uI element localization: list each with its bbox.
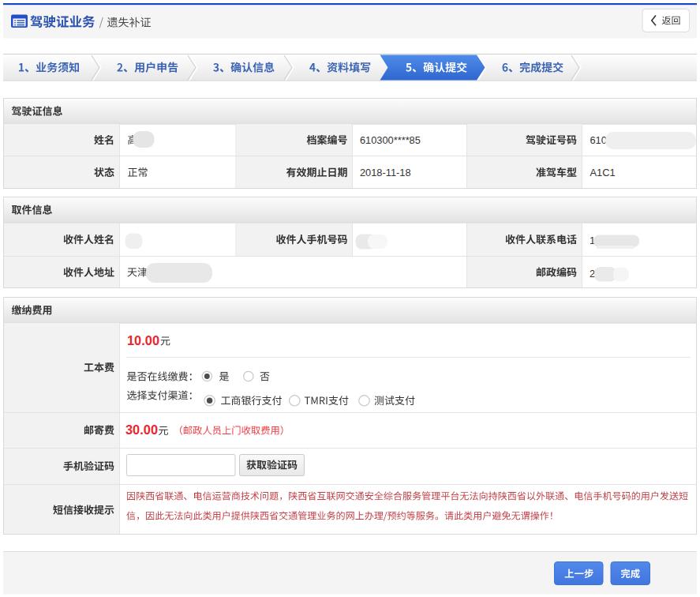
svg-text:610: 610: [590, 134, 607, 146]
svg-text:30.00: 30.00: [125, 422, 158, 437]
svg-text:2018-11-18: 2018-11-18: [360, 167, 411, 178]
svg-text:A1C1: A1C1: [590, 167, 616, 178]
svg-text:610300****85: 610300****85: [360, 134, 421, 146]
svg-text:10.00: 10.00: [127, 333, 159, 347]
